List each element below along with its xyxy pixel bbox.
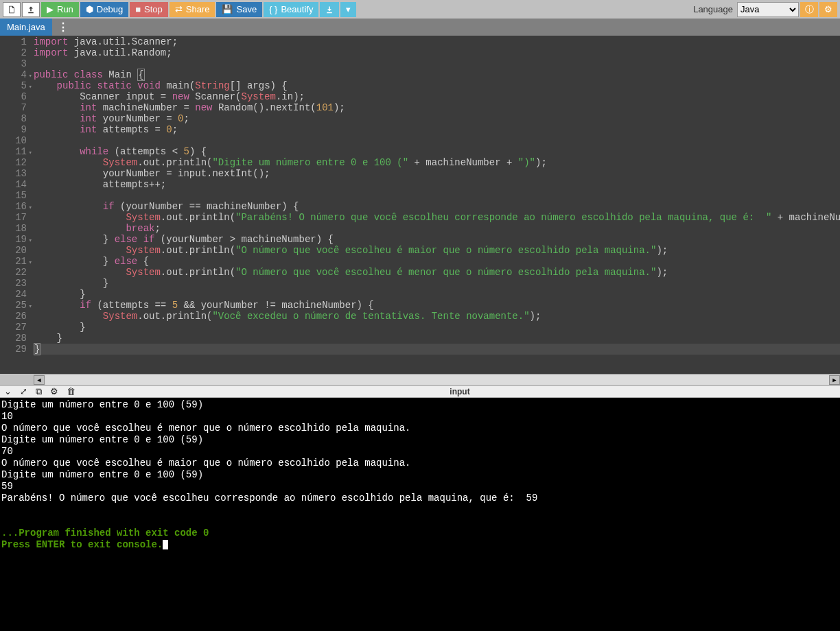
code-line[interactable]: } else if (yourNumber > machineNumber) {	[34, 234, 840, 245]
line-number: 5▾	[0, 80, 27, 91]
line-number: 24	[0, 289, 27, 300]
code-line[interactable]: while (attempts < 5) {	[34, 146, 840, 157]
expand-icon[interactable]: ⤢	[20, 386, 27, 396]
line-number: 25▾	[0, 300, 27, 311]
scroll-left-icon[interactable]: ◄	[34, 375, 45, 385]
fold-icon[interactable]: ▾	[29, 257, 32, 268]
code-line[interactable]: yourNumber = input.nextInt();	[34, 168, 840, 179]
code-line[interactable]: import java.util.Random;	[34, 47, 840, 58]
cursor	[163, 540, 168, 549]
code-line[interactable]: }	[34, 344, 840, 355]
fold-icon[interactable]: ▾	[29, 82, 32, 93]
program-exit-status: ...Program finished with exit code 0	[1, 528, 839, 539]
code-line[interactable]	[34, 135, 840, 146]
line-number: 23	[0, 278, 27, 289]
code-line[interactable]: public static void main(String[] args) {	[34, 80, 840, 91]
fold-icon[interactable]: ▾	[29, 301, 32, 312]
tab-bar: Main.java ⋮	[0, 19, 840, 36]
gear-icon[interactable]: ⚙	[50, 386, 58, 396]
language-label: Language	[693, 4, 733, 14]
code-line[interactable]: int machineNumber = new Random().nextInt…	[34, 102, 840, 113]
line-number: 17	[0, 212, 27, 223]
chevron-down-icon[interactable]: ⌄	[4, 386, 12, 396]
caret-down-icon: ▾	[346, 4, 351, 14]
code-line[interactable]: if (yourNumber == machineNumber) {	[34, 201, 840, 212]
line-number: 22	[0, 267, 27, 278]
file-icon	[8, 5, 16, 14]
line-number: 8	[0, 113, 27, 124]
console-toolbar: ⌄ ⤢ ⧉ ⚙ 🗑 input	[0, 385, 840, 398]
code-line[interactable]: }	[34, 333, 840, 344]
play-icon: ▶	[47, 4, 54, 14]
code-line[interactable]: import java.util.Scanner;	[34, 36, 840, 47]
code-line[interactable]: }	[34, 289, 840, 300]
line-number: 7	[0, 102, 27, 113]
line-number: 21▾	[0, 256, 27, 267]
beautify-button[interactable]: { }Beautify	[264, 2, 318, 17]
line-number: 27	[0, 322, 27, 333]
code-line[interactable]: System.out.println("O número que você es…	[34, 245, 840, 256]
code-line[interactable]: System.out.println("O número que você es…	[34, 267, 840, 278]
upload-button[interactable]	[22, 2, 40, 17]
fold-icon[interactable]: ▾	[29, 71, 32, 82]
debug-button[interactable]: ⬢Debug	[80, 2, 128, 17]
fold-icon[interactable]: ▾	[29, 235, 32, 246]
line-number: 18	[0, 223, 27, 234]
line-number: 10	[0, 135, 27, 146]
scroll-track[interactable]	[45, 375, 829, 385]
code-line[interactable]: int attempts = 0;	[34, 124, 840, 135]
tab-label: Main.java	[7, 22, 45, 32]
language-select[interactable]: Java	[737, 2, 799, 17]
console-title: input	[84, 387, 836, 396]
code-editor[interactable]: 1234▾5▾67891011▾1213141516▾171819▾2021▾2…	[0, 36, 840, 374]
settings-button[interactable]: ⚙	[819, 2, 837, 17]
tab-main[interactable]: Main.java	[0, 19, 52, 36]
line-number: 2	[0, 47, 27, 58]
line-number: 15	[0, 190, 27, 201]
code-line[interactable]: if (attempts == 5 && yourNumber != machi…	[34, 300, 840, 311]
toolbar: ▶Run ⬢Debug ■Stop ⇄Share 💾Save { }Beauti…	[0, 0, 840, 19]
stop-button[interactable]: ■Stop	[130, 2, 168, 17]
line-number: 16▾	[0, 201, 27, 212]
run-button[interactable]: ▶Run	[41, 2, 79, 17]
code-area[interactable]: import java.util.Scanner;import java.uti…	[34, 36, 840, 374]
code-line[interactable]: Scanner input = new Scanner(System.in);	[34, 91, 840, 102]
line-number: 13	[0, 168, 27, 179]
new-file-button[interactable]	[3, 2, 21, 17]
bug-icon: ⬢	[86, 4, 93, 14]
line-number: 4▾	[0, 69, 27, 80]
line-number: 19▾	[0, 234, 27, 245]
code-line[interactable]: System.out.println("Parabéns! O número q…	[34, 212, 840, 223]
code-line[interactable]: }	[34, 322, 840, 333]
code-line[interactable]: break;	[34, 223, 840, 234]
code-line[interactable]: int yourNumber = 0;	[34, 113, 840, 124]
line-number: 6	[0, 91, 27, 102]
console-output[interactable]: Digite um número entre 0 e 100 (59) 10 O…	[0, 398, 840, 631]
line-number: 26	[0, 311, 27, 322]
code-line[interactable]: public class Main {	[34, 69, 840, 80]
editor-horizontal-scrollbar[interactable]: ◄ ►	[34, 374, 840, 385]
code-line[interactable]: attempts++;	[34, 179, 840, 190]
braces-icon: { }	[269, 4, 277, 14]
fold-icon[interactable]: ▾	[29, 202, 32, 213]
beautify-label: Beautify	[281, 4, 313, 14]
download-button[interactable]	[320, 2, 339, 17]
code-line[interactable]: }	[34, 278, 840, 289]
scroll-right-icon[interactable]: ►	[829, 375, 840, 385]
copy-icon[interactable]: ⧉	[36, 386, 42, 397]
help-button[interactable]: ⓘ	[800, 2, 818, 17]
code-line[interactable]: System.out.println("Digite um número ent…	[34, 157, 840, 168]
code-line[interactable]: } else {	[34, 256, 840, 267]
fold-icon[interactable]: ▾	[29, 147, 32, 158]
trash-icon[interactable]: 🗑	[67, 386, 75, 396]
code-line[interactable]: System.out.println("Você excedeu o númer…	[34, 311, 840, 322]
share-label: Share	[186, 4, 210, 14]
line-number: 1	[0, 36, 27, 47]
tab-menu-button[interactable]: ⋮	[52, 21, 74, 34]
share-button[interactable]: ⇄Share	[170, 2, 215, 17]
code-line[interactable]	[34, 190, 840, 201]
download-dropdown[interactable]: ▾	[340, 2, 356, 17]
code-line[interactable]	[34, 58, 840, 69]
save-button[interactable]: 💾Save	[216, 2, 262, 17]
line-number: 11▾	[0, 146, 27, 157]
